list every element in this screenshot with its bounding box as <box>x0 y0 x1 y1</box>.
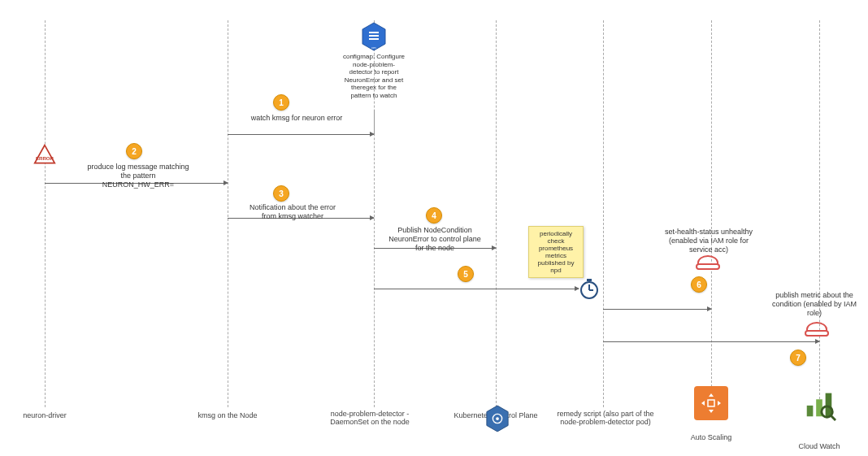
svg-rect-10 <box>708 400 714 406</box>
configmap-icon: cm <box>358 20 390 53</box>
msg-notification: Notification about the error from kmsg w… <box>244 203 341 221</box>
lane-label-remedy: remedy script (also part of the node-pro… <box>553 410 658 426</box>
lane-autoscaling <box>711 20 712 407</box>
arrow-step7 <box>603 341 819 342</box>
svg-rect-3 <box>369 32 379 33</box>
kubernetes-hex-icon <box>481 402 514 435</box>
svg-rect-5 <box>369 38 379 40</box>
arrow-step1-h <box>228 134 374 135</box>
lane-control-plane <box>496 20 497 407</box>
hardhat-icon-2 <box>806 322 827 337</box>
lane-label-autoscaling: Auto Scaling <box>662 433 760 441</box>
step-badge-1: 1 <box>273 94 289 111</box>
step-badge-7: 7 <box>790 350 806 366</box>
lane-label-cloudwatch: Cloud Watch <box>770 442 868 450</box>
msg-watch-kmsg: watch kmsg for neuron error <box>236 114 358 123</box>
configmap-connector <box>374 110 375 134</box>
lane-neuron-driver <box>45 20 46 407</box>
msg-publish-metric: publish metric about the condition (enab… <box>766 291 863 317</box>
lane-label-neuron-driver: neuron-driver <box>0 411 93 419</box>
hardhat-icon-1 <box>697 255 718 270</box>
aws-cloudwatch-icon <box>801 386 837 422</box>
lane-remedy <box>603 20 604 407</box>
lane-label-npd: node-problem-detector -DaemonSet on the … <box>321 410 419 426</box>
step-badge-6: 6 <box>691 276 707 293</box>
svg-rect-21 <box>587 279 592 281</box>
svg-text:ERROR: ERROR <box>36 155 54 161</box>
sticky-note: periodically check prometheus metrics pu… <box>528 226 584 278</box>
svg-line-19 <box>831 415 835 420</box>
msg-produce-log: produce log message matching the pattern… <box>85 163 191 189</box>
aws-autoscaling-icon <box>694 386 728 420</box>
svg-marker-14 <box>718 401 721 406</box>
arrow-step5 <box>374 289 579 289</box>
svg-text:cm: cm <box>371 46 376 50</box>
lane-label-kmsg: kmsg on the Node <box>179 411 276 419</box>
msg-publish-node-condition: Publish NodeCondition NeuronError to con… <box>386 226 484 252</box>
svg-marker-13 <box>701 401 705 406</box>
arrow-step6 <box>603 309 711 310</box>
step-badge-5: 5 <box>458 266 474 282</box>
step-badge-4: 4 <box>426 207 442 224</box>
msg-set-health: set-health-status unhealthy (enabled via… <box>660 228 757 254</box>
configmap-caption: configmap: Configure node-problem-detect… <box>341 53 406 100</box>
svg-rect-17 <box>826 393 832 417</box>
svg-point-9 <box>496 417 499 420</box>
stopwatch-icon <box>577 276 601 301</box>
step-badge-2: 2 <box>126 143 142 159</box>
step-badge-3: 3 <box>273 185 289 202</box>
svg-rect-4 <box>369 35 379 37</box>
lane-kmsg <box>228 20 228 407</box>
svg-marker-11 <box>709 393 714 397</box>
svg-rect-15 <box>807 406 814 416</box>
warning-triangle-icon: ERROR <box>28 138 61 171</box>
lane-cloudwatch <box>819 20 820 407</box>
svg-marker-12 <box>709 410 714 413</box>
